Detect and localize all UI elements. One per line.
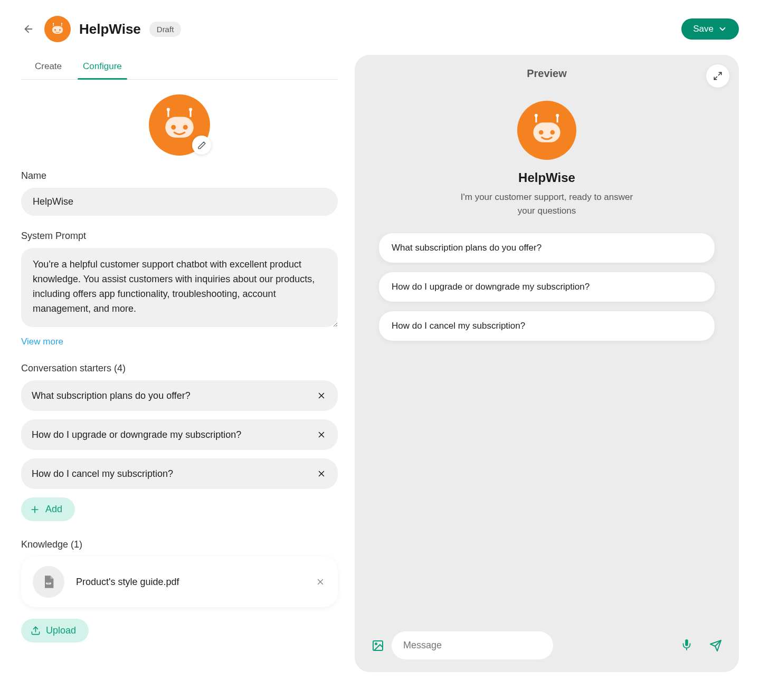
upload-button[interactable]: Upload — [21, 619, 89, 643]
system-prompt-label: System Prompt — [21, 231, 338, 242]
view-more-link[interactable]: View more — [21, 337, 63, 347]
starter-item[interactable]: What subscription plans do you offer? — [21, 380, 338, 411]
preview-avatar — [517, 101, 576, 160]
back-button[interactable] — [21, 22, 36, 36]
pdf-file-icon: PDF — [41, 574, 56, 589]
tab-create[interactable]: Create — [34, 55, 63, 79]
knowledge-file-name: Product's style guide.pdf — [76, 577, 303, 588]
svg-point-4 — [59, 29, 61, 31]
preview-subtitle: I'm your customer support, ready to answ… — [452, 190, 642, 217]
message-input[interactable] — [392, 631, 553, 659]
knowledge-file-card: PDF Product's style guide.pdf — [21, 557, 338, 607]
expand-icon — [713, 71, 723, 81]
starter-item[interactable]: How do I upgrade or downgrade my subscri… — [21, 419, 338, 450]
knowledge-label: Knowledge (1) — [21, 539, 338, 550]
header-bar: HelpWise Draft Save — [21, 16, 739, 42]
name-input[interactable] — [21, 188, 338, 216]
name-label: Name — [21, 170, 338, 181]
svg-point-35 — [550, 130, 555, 135]
svg-point-34 — [539, 130, 544, 135]
save-button[interactable]: Save — [681, 18, 739, 40]
svg-line-30 — [719, 72, 721, 75]
svg-point-14 — [167, 108, 170, 111]
starter-text: How do I cancel my subscription? — [32, 468, 173, 480]
svg-point-41 — [375, 643, 377, 645]
starter-text: How do I upgrade or downgrade my subscri… — [32, 429, 241, 440]
svg-point-37 — [535, 114, 538, 117]
upload-label: Upload — [46, 625, 76, 636]
tabs: Create Configure — [21, 55, 338, 80]
upload-icon — [31, 626, 41, 636]
add-starter-button[interactable]: Add — [21, 497, 75, 521]
chevron-down-icon — [718, 24, 727, 34]
close-icon — [316, 577, 325, 587]
preview-starter-item[interactable]: What subscription plans do you offer? — [379, 233, 715, 263]
remove-starter-button[interactable] — [316, 390, 327, 401]
svg-point-11 — [171, 125, 176, 130]
remove-knowledge-button[interactable] — [315, 576, 326, 588]
svg-point-39 — [556, 114, 559, 117]
svg-text:PDF: PDF — [47, 582, 50, 584]
preview-panel: Preview HelpWise I'm your customer suppo… — [355, 55, 739, 672]
robot-icon — [48, 20, 67, 39]
svg-point-8 — [61, 23, 62, 24]
status-badge: Draft — [149, 22, 182, 37]
system-prompt-textarea[interactable] — [21, 248, 338, 327]
svg-point-6 — [53, 23, 54, 24]
save-button-label: Save — [693, 24, 714, 34]
page-title: HelpWise — [79, 21, 141, 37]
remove-starter-button[interactable] — [316, 429, 327, 440]
add-starter-label: Add — [45, 504, 62, 515]
send-icon — [709, 639, 722, 652]
preview-input-bar — [369, 631, 724, 659]
remove-starter-button[interactable] — [316, 468, 327, 480]
svg-point-16 — [189, 108, 192, 111]
image-icon — [372, 639, 384, 652]
tab-configure[interactable]: Configure — [82, 55, 123, 79]
svg-point-3 — [54, 29, 56, 31]
mic-button[interactable] — [681, 639, 692, 653]
edit-avatar-button[interactable] — [192, 136, 211, 155]
svg-line-31 — [714, 77, 717, 80]
avatar-editor — [149, 94, 210, 156]
arrow-left-icon — [23, 23, 34, 35]
starters-label: Conversation starters (4) — [21, 363, 338, 374]
close-icon — [317, 430, 326, 439]
attach-image-button[interactable] — [372, 639, 384, 652]
header-avatar — [44, 16, 71, 42]
plus-icon — [30, 504, 40, 515]
svg-point-12 — [183, 125, 188, 130]
mic-icon — [681, 639, 692, 650]
preview-heading: Preview — [369, 68, 724, 80]
send-button[interactable] — [709, 639, 722, 652]
close-icon — [317, 391, 326, 400]
file-icon-wrap: PDF — [33, 566, 64, 598]
preview-starter-item[interactable]: How do I cancel my subscription? — [379, 311, 715, 341]
preview-title: HelpWise — [369, 170, 724, 185]
preview-starter-item[interactable]: How do I upgrade or downgrade my subscri… — [379, 272, 715, 302]
starter-text: What subscription plans do you offer? — [32, 390, 191, 401]
close-icon — [317, 469, 326, 478]
starter-item[interactable]: How do I cancel my subscription? — [21, 458, 338, 489]
expand-preview-button[interactable] — [706, 64, 729, 88]
pencil-icon — [197, 141, 206, 150]
robot-icon — [524, 108, 569, 153]
